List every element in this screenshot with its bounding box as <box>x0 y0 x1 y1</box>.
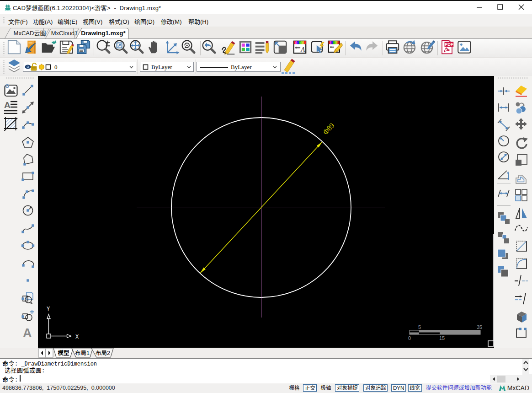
svg-text:MxCloud1: MxCloud1 <box>51 30 78 37</box>
svg-text:5: 5 <box>418 324 421 330</box>
svg-text:布局1: 布局1 <box>75 350 90 356</box>
svg-text:A: A <box>300 46 305 53</box>
svg-text:X: X <box>75 334 79 340</box>
svg-text:0: 0 <box>408 335 411 341</box>
svg-text:35: 35 <box>477 324 482 330</box>
svg-text:模型: 模型 <box>58 350 69 356</box>
svg-text:Drawing1.mxg*: Drawing1.mxg* <box>81 30 126 37</box>
svg-text:A: A <box>4 100 11 110</box>
svg-text:15: 15 <box>439 335 445 341</box>
svg-text:Y: Y <box>47 306 50 312</box>
svg-text:PDF: PDF <box>445 42 453 47</box>
svg-text:Φ89: Φ89 <box>321 121 335 136</box>
svg-text:A: A <box>23 326 32 339</box>
svg-text:MxCAD云图: MxCAD云图 <box>14 30 46 37</box>
svg-text:布局2: 布局2 <box>96 350 110 356</box>
